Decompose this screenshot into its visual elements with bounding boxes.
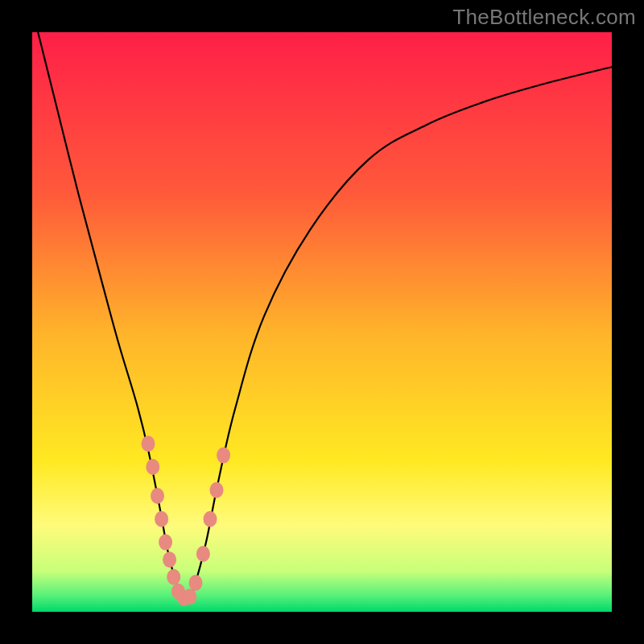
v-curve <box>32 32 612 599</box>
marker-dots <box>142 436 231 606</box>
marker-dot <box>146 459 159 475</box>
marker-dot <box>217 448 230 464</box>
marker-dot <box>167 569 180 585</box>
marker-dot <box>155 511 168 527</box>
marker-dot <box>196 546 210 562</box>
marker-dot <box>210 482 224 498</box>
curve-layer <box>32 32 612 612</box>
marker-dot <box>142 436 155 452</box>
chart-container: TheBottleneck.com <box>0 0 644 644</box>
plot-area <box>32 32 612 612</box>
marker-dot <box>163 551 176 568</box>
marker-dot <box>159 535 172 551</box>
watermark: TheBottleneck.com <box>452 5 636 30</box>
marker-dot <box>189 575 203 591</box>
marker-dot <box>204 511 217 527</box>
marker-dot <box>151 488 164 504</box>
marker-dot <box>183 588 196 605</box>
